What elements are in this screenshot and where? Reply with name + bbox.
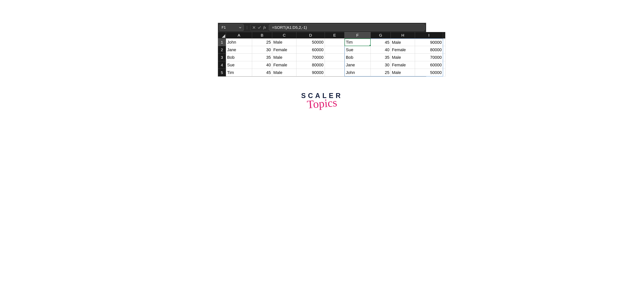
cell-E5[interactable]: [325, 69, 344, 76]
cell-I5[interactable]: 50000: [415, 69, 443, 76]
cell-A5[interactable]: Tim: [226, 69, 252, 76]
col-header-extra: [443, 32, 445, 39]
cell-F5[interactable]: John: [344, 69, 371, 76]
spreadsheet-grid[interactable]: A B C D E F G H I 1 John 25 Male 50000 T…: [218, 32, 426, 76]
row-header-4[interactable]: 4: [218, 61, 226, 69]
cell-C1[interactable]: Male: [272, 39, 296, 46]
cell-H1[interactable]: Male: [391, 39, 415, 46]
cell-H4[interactable]: Female: [391, 61, 415, 69]
formula-text: =SORT(A1:D5,2,-1): [272, 25, 307, 30]
cell-A3[interactable]: Bob: [226, 54, 252, 61]
cell-C4[interactable]: Female: [272, 61, 296, 69]
cell-B1[interactable]: 25: [252, 39, 272, 46]
cell-G5[interactable]: 25: [371, 69, 391, 76]
cell-extra-3[interactable]: [443, 54, 446, 61]
cell-E3[interactable]: [325, 54, 344, 61]
name-box-value: F1: [222, 26, 239, 30]
row-header-3[interactable]: 3: [218, 54, 226, 61]
cell-extra-5[interactable]: [443, 69, 446, 76]
cell-B5[interactable]: 45: [252, 69, 272, 76]
cell-A4[interactable]: Sue: [226, 61, 252, 69]
formula-bar: F1 ⋮ fx =SORT(A1:D5,2,-1): [218, 23, 426, 32]
col-header-F[interactable]: F: [344, 32, 371, 39]
formula-input[interactable]: =SORT(A1:D5,2,-1): [269, 24, 425, 31]
col-header-E[interactable]: E: [325, 32, 344, 39]
row-header-1[interactable]: 1: [218, 39, 226, 46]
insert-function-icon[interactable]: fx: [262, 25, 267, 30]
col-header-H[interactable]: H: [391, 32, 415, 39]
cell-G3[interactable]: 35: [371, 54, 391, 61]
branding-logo: SCALER Topics: [301, 92, 343, 110]
divider-icon: ⋮: [244, 26, 250, 30]
name-box[interactable]: F1: [219, 24, 244, 31]
cell-A2[interactable]: Jane: [226, 46, 252, 54]
cell-A1[interactable]: John: [226, 39, 252, 46]
cell-G1[interactable]: 45: [371, 39, 391, 46]
cell-D4[interactable]: 80000: [296, 61, 325, 69]
excel-window: F1 ⋮ fx =SORT(A1:D5,2,-1) A B C D E F G …: [218, 23, 426, 77]
cell-extra-1[interactable]: [443, 39, 446, 46]
col-header-B[interactable]: B: [252, 32, 272, 39]
cell-C5[interactable]: Male: [272, 69, 296, 76]
select-all-corner[interactable]: [218, 32, 226, 39]
col-header-C[interactable]: C: [272, 32, 296, 39]
cell-F3[interactable]: Bob: [344, 54, 371, 61]
cell-D2[interactable]: 60000: [296, 46, 325, 54]
cell-H3[interactable]: Male: [391, 54, 415, 61]
col-header-I[interactable]: I: [415, 32, 443, 39]
cell-I4[interactable]: 60000: [415, 61, 443, 69]
chevron-down-icon[interactable]: [239, 26, 241, 29]
formula-bar-buttons: fx: [250, 24, 268, 31]
cell-E2[interactable]: [325, 46, 344, 54]
cell-I1[interactable]: 90000: [415, 39, 443, 46]
row-header-5[interactable]: 5: [218, 69, 226, 76]
cell-F1[interactable]: Tim: [344, 39, 371, 46]
row-header-2[interactable]: 2: [218, 46, 226, 54]
cell-G4[interactable]: 30: [371, 61, 391, 69]
cell-B2[interactable]: 30: [252, 46, 272, 54]
col-header-A[interactable]: A: [226, 32, 252, 39]
enter-icon[interactable]: [257, 25, 262, 30]
cell-F2[interactable]: Sue: [344, 46, 371, 54]
cancel-icon[interactable]: [252, 25, 256, 30]
cell-G2[interactable]: 40: [371, 46, 391, 54]
cell-F4[interactable]: Jane: [344, 61, 371, 69]
cell-extra-4[interactable]: [443, 61, 446, 69]
cell-C2[interactable]: Female: [272, 46, 296, 54]
cell-H5[interactable]: Male: [391, 69, 415, 76]
cell-D1[interactable]: 50000: [296, 39, 325, 46]
cell-E1[interactable]: [325, 39, 344, 46]
cell-B4[interactable]: 40: [252, 61, 272, 69]
cell-D5[interactable]: 90000: [296, 69, 325, 76]
cell-I2[interactable]: 80000: [415, 46, 443, 54]
cell-B3[interactable]: 35: [252, 54, 272, 61]
cell-extra-2[interactable]: [443, 46, 446, 54]
cell-D3[interactable]: 70000: [296, 54, 325, 61]
cell-I3[interactable]: 70000: [415, 54, 443, 61]
cell-E4[interactable]: [325, 61, 344, 69]
col-header-G[interactable]: G: [371, 32, 391, 39]
cell-H2[interactable]: Female: [391, 46, 415, 54]
col-header-D[interactable]: D: [296, 32, 325, 39]
cell-C3[interactable]: Male: [272, 54, 296, 61]
